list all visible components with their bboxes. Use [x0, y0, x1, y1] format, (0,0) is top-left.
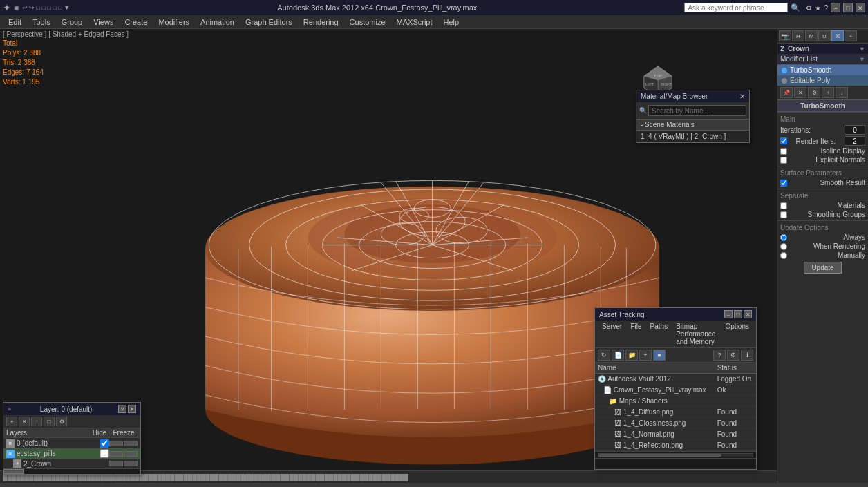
render-iters-checkbox[interactable] — [780, 137, 787, 144]
menu-group[interactable]: Group — [56, 17, 88, 28]
iterations-input[interactable] — [845, 125, 865, 135]
menu-modifiers[interactable]: Modifiers — [153, 17, 195, 28]
layer-tb-settings[interactable]: ⚙ — [56, 417, 67, 426]
layer-tb-new[interactable]: + — [6, 417, 17, 426]
question-icon[interactable]: ? — [824, 4, 828, 12]
layer-scrollbar[interactable] — [3, 468, 140, 474]
asset-row-normal[interactable]: 🖼 1_4_Normal.png Found — [595, 429, 756, 440]
layer-tb-move[interactable]: ↑ — [31, 417, 42, 426]
search-icon[interactable]: 🔍 — [791, 3, 800, 12]
asset-tracking-maximize-btn[interactable]: □ — [734, 310, 742, 318]
asset-tb-1[interactable]: ↻ — [598, 350, 610, 361]
menu-animation[interactable]: Animation — [195, 17, 240, 28]
create-icon[interactable]: + — [845, 30, 857, 41]
remove-mod-btn[interactable]: ✕ — [794, 87, 806, 98]
move-up-btn[interactable]: ↑ — [822, 87, 834, 98]
layer-tb-select[interactable]: □ — [44, 417, 55, 426]
asset-tracking-close-btn[interactable]: ✕ — [744, 310, 752, 318]
mat-browser-search-input[interactable] — [648, 105, 746, 116]
smoothing-groups-checkbox[interactable] — [780, 211, 787, 218]
display-icon[interactable]: 📷 — [779, 30, 791, 41]
asset-tb-5[interactable]: ■ — [653, 350, 666, 361]
layer-hide-default[interactable] — [100, 439, 109, 448]
modifier-list-dropdown-icon[interactable]: ▼ — [859, 56, 865, 63]
pin-stack-btn[interactable]: 📌 — [780, 87, 793, 98]
asset-tb-help[interactable]: ? — [713, 350, 726, 361]
asset-tb-3[interactable]: 📁 — [625, 350, 638, 361]
titlebar-right: 🔍 ⚙ ★ ? – □ ✕ — [684, 3, 865, 12]
hierarchy-icon[interactable]: H — [792, 30, 804, 41]
isoline-checkbox[interactable] — [780, 148, 787, 155]
modifier-editablepoly-label: Editable Poly — [790, 77, 830, 84]
asset-path-input[interactable] — [595, 459, 756, 469]
close-button[interactable]: ✕ — [856, 3, 865, 12]
star-icon[interactable]: ★ — [815, 4, 821, 12]
mat-browser-item[interactable]: 1_4 ( VRayMtl ) [ 2_Crown ] — [636, 131, 749, 142]
asset-tb-info[interactable]: ℹ — [741, 350, 753, 361]
asset-menu-bitmap[interactable]: Bitmap Performance and Memory — [672, 322, 721, 346]
menu-rendering[interactable]: Rendering — [298, 17, 344, 28]
move-down-btn[interactable]: ↓ — [836, 87, 848, 98]
layer-row-crown[interactable]: ♦ 2_Crown — [3, 459, 140, 468]
search-input[interactable] — [684, 3, 788, 12]
layer-row-default[interactable]: ■ 0 (default) — [3, 438, 140, 448]
asset-menu-server[interactable]: Server — [598, 322, 626, 346]
modifier-list-header[interactable]: Modifier List ▼ — [777, 54, 868, 65]
menu-help[interactable]: Help — [438, 17, 465, 28]
layer-dots-ecstasy — [109, 451, 138, 457]
modifier-turbosmoothentry[interactable]: TurboSmooth — [777, 65, 868, 75]
update-button[interactable]: Update — [804, 262, 841, 274]
layer-question-btn[interactable]: ? — [118, 405, 126, 413]
manually-radio[interactable] — [780, 252, 787, 259]
titlebar-left: ✦ ▣ ↩ ↪ □ □ □ □ □ ▼ — [3, 2, 70, 13]
modifier-editablepoly-entry[interactable]: Editable Poly — [777, 75, 868, 86]
menu-tools[interactable]: Tools — [27, 17, 56, 28]
minimize-button[interactable]: – — [831, 3, 840, 12]
layer-dot-1 — [109, 441, 123, 446]
asset-row-maps[interactable]: 📁 Maps / Shaders — [595, 396, 756, 407]
asset-row-reflection[interactable]: 🖼 1_4_Reflection.png Found — [595, 440, 756, 451]
asset-row-diffuse[interactable]: 🖼 1_4_Diffuse.png Found — [595, 407, 756, 418]
layer-close-btn[interactable]: ✕ — [128, 405, 136, 413]
configure-btn[interactable]: ⚙ — [808, 87, 820, 98]
motion-icon[interactable]: M — [805, 30, 818, 41]
asset-row-vault[interactable]: 💿 Autodesk Vault 2012 Logged On — [595, 374, 756, 385]
asset-scrollbar[interactable] — [595, 451, 756, 458]
menu-create[interactable]: Create — [119, 17, 153, 28]
mat-browser-close-btn[interactable]: ✕ — [739, 93, 745, 100]
layer-col-freeze: Freeze — [110, 429, 138, 437]
layer-scrollbar-thumb[interactable] — [3, 469, 24, 474]
modifier-icon[interactable]: ⌘ — [831, 30, 844, 41]
menu-edit[interactable]: Edit — [3, 17, 27, 28]
asset-row-maxfile[interactable]: 📄 Crown_Ecstasy_Pill_vray.max Ok — [595, 385, 756, 396]
help-icon[interactable]: ⚙ — [806, 4, 812, 12]
asset-menu-file[interactable]: File — [626, 322, 645, 346]
layer-row-ecstasy[interactable]: ■ ecstasy_pills — [3, 448, 140, 459]
layer-dots-crown — [109, 461, 138, 466]
asset-menu-options[interactable]: Options — [721, 322, 753, 346]
object-name-dropdown[interactable]: ▼ — [859, 46, 865, 52]
menu-graph-editors[interactable]: Graph Editors — [240, 17, 298, 28]
asset-tb-settings[interactable]: ⚙ — [727, 350, 739, 361]
asset-tracking-title: Asset Tracking – □ ✕ — [595, 308, 756, 321]
layer-tb-del[interactable]: ✕ — [19, 417, 30, 426]
smooth-result-checkbox[interactable] — [780, 180, 787, 187]
materials-checkbox[interactable] — [780, 202, 787, 209]
always-radio[interactable] — [780, 234, 787, 241]
explicit-normals-checkbox[interactable] — [780, 157, 787, 164]
asset-menu-paths[interactable]: Paths — [646, 322, 672, 346]
maximize-button[interactable]: □ — [843, 3, 853, 12]
asset-tb-4[interactable]: + — [639, 350, 652, 361]
asset-row-glossiness[interactable]: 🖼 1_4_Glossiness.png Found — [595, 418, 756, 429]
when-rendering-radio[interactable] — [780, 243, 787, 250]
asset-tracking-minimize-btn[interactable]: – — [724, 310, 733, 318]
layer-hide-ecstasy[interactable] — [100, 449, 109, 458]
menu-maxscript[interactable]: MAXScript — [391, 17, 438, 28]
asset-tb-2[interactable]: 📄 — [612, 350, 624, 361]
menu-customize[interactable]: Customize — [344, 17, 391, 28]
render-iters-input[interactable] — [845, 136, 865, 146]
menu-views[interactable]: Views — [88, 17, 119, 28]
titlebar-title: Autodesk 3ds Max 2012 x64 Crown_Ecstasy_… — [70, 3, 684, 12]
utility-icon[interactable]: U — [818, 30, 831, 41]
turbosmoothsection-title: TurboSmooth — [777, 99, 868, 112]
